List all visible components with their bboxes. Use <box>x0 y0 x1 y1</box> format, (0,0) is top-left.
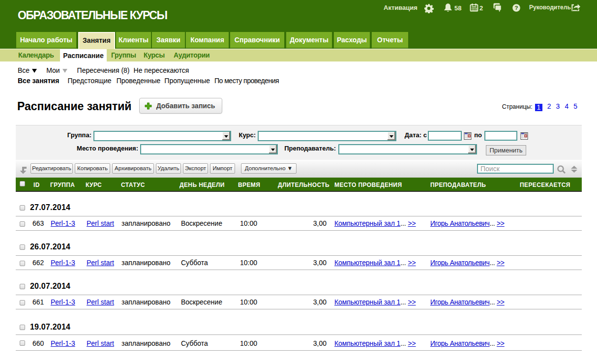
svg-text:?: ? <box>514 5 518 11</box>
